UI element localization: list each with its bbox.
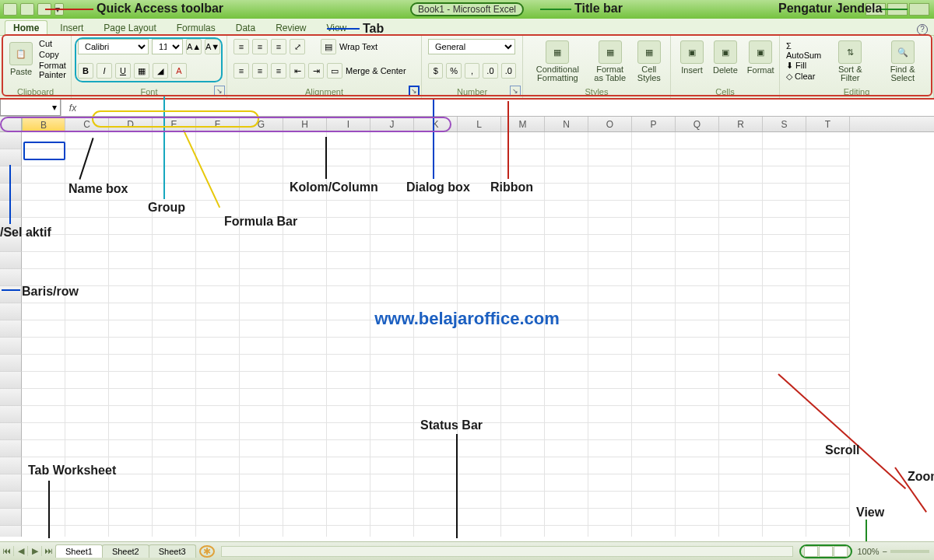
cell[interactable] xyxy=(153,166,196,184)
cell[interactable] xyxy=(806,492,850,509)
cell[interactable] xyxy=(632,269,676,286)
cell[interactable] xyxy=(501,457,545,474)
cell[interactable] xyxy=(196,132,240,149)
cell[interactable] xyxy=(22,440,65,457)
cell[interactable] xyxy=(109,166,153,184)
cell[interactable] xyxy=(153,218,196,235)
cell[interactable] xyxy=(806,201,850,218)
cell[interactable] xyxy=(676,166,719,184)
cell[interactable] xyxy=(632,338,676,355)
cell[interactable] xyxy=(153,457,196,474)
cell[interactable] xyxy=(632,457,676,474)
cell[interactable] xyxy=(109,372,153,389)
cell[interactable] xyxy=(632,252,676,269)
tab-home[interactable]: Home xyxy=(5,20,47,35)
cell[interactable] xyxy=(458,492,501,509)
cell[interactable] xyxy=(632,166,676,184)
cell[interactable] xyxy=(632,492,676,509)
cell[interactable] xyxy=(588,286,632,303)
cell[interactable] xyxy=(196,269,240,286)
cell[interactable] xyxy=(458,355,501,372)
cell[interactable] xyxy=(806,372,850,389)
cell[interactable] xyxy=(65,235,109,252)
cell[interactable] xyxy=(370,252,414,269)
autosum-button[interactable]: Σ AutoSum xyxy=(786,41,822,60)
align-right-icon[interactable]: ≡ xyxy=(271,63,286,79)
grid-row[interactable] xyxy=(0,389,934,406)
cell[interactable] xyxy=(414,149,458,166)
horizontal-scrollbar[interactable] xyxy=(221,546,794,557)
cell[interactable] xyxy=(65,406,109,423)
cell[interactable] xyxy=(806,355,850,372)
cell[interactable] xyxy=(501,440,545,457)
cell[interactable] xyxy=(806,269,850,286)
cell[interactable] xyxy=(676,509,719,526)
grid-row[interactable] xyxy=(0,218,934,235)
cell[interactable] xyxy=(109,389,153,406)
sheet-nav-buttons[interactable]: ⏮ ◀ ▶ ⏭ xyxy=(0,546,56,556)
orientation-icon[interactable]: ⤢ xyxy=(290,39,305,54)
cell[interactable] xyxy=(22,201,65,218)
cell[interactable] xyxy=(545,166,588,184)
cell[interactable] xyxy=(240,252,283,269)
cell[interactable] xyxy=(806,509,850,526)
cell[interactable] xyxy=(763,406,806,423)
format-painter-button[interactable]: Format Painter xyxy=(39,61,66,79)
cell[interactable] xyxy=(65,492,109,509)
cell[interactable] xyxy=(370,269,414,286)
cell[interactable] xyxy=(414,440,458,457)
cell[interactable] xyxy=(458,235,501,252)
font-dialog-launcher[interactable]: ↘ xyxy=(214,86,225,96)
cell[interactable] xyxy=(414,372,458,389)
cell[interactable] xyxy=(501,235,545,252)
cell[interactable] xyxy=(632,509,676,526)
cell[interactable] xyxy=(545,218,588,235)
cell[interactable] xyxy=(153,389,196,406)
cell[interactable] xyxy=(65,338,109,355)
cell[interactable] xyxy=(414,235,458,252)
zoom-slider[interactable] xyxy=(890,550,929,553)
col-header[interactable]: O xyxy=(588,117,632,131)
cell[interactable] xyxy=(153,235,196,252)
cell[interactable] xyxy=(370,526,414,537)
cell[interactable] xyxy=(370,286,414,303)
cell[interactable] xyxy=(327,372,370,389)
page-break-view-icon[interactable] xyxy=(834,546,848,557)
cell[interactable] xyxy=(501,406,545,423)
cell[interactable] xyxy=(22,509,65,526)
tab-page-layout[interactable]: Page Layout xyxy=(96,21,163,35)
row-header[interactable] xyxy=(0,440,22,457)
cell[interactable] xyxy=(806,235,850,252)
cell[interactable] xyxy=(370,406,414,423)
cell[interactable] xyxy=(545,269,588,286)
prev-sheet-icon[interactable]: ◀ xyxy=(14,546,28,556)
cell[interactable] xyxy=(327,252,370,269)
cell[interactable] xyxy=(109,355,153,372)
cell[interactable] xyxy=(283,457,327,474)
row-header[interactable] xyxy=(0,149,22,166)
cell[interactable] xyxy=(153,526,196,537)
cell[interactable] xyxy=(458,509,501,526)
cell[interactable] xyxy=(240,372,283,389)
cell[interactable] xyxy=(632,184,676,201)
cell[interactable] xyxy=(414,338,458,355)
cell[interactable] xyxy=(545,423,588,440)
increase-decimal-icon[interactable]: .0 xyxy=(483,63,497,79)
sheet-tab[interactable]: Sheet2 xyxy=(102,544,149,558)
cell[interactable] xyxy=(676,218,719,235)
cell[interactable] xyxy=(501,338,545,355)
cell[interactable] xyxy=(763,149,806,166)
cell[interactable] xyxy=(283,389,327,406)
cell[interactable] xyxy=(327,338,370,355)
cell[interactable] xyxy=(153,184,196,201)
cell[interactable] xyxy=(676,355,719,372)
cell[interactable] xyxy=(370,149,414,166)
row-header[interactable] xyxy=(0,338,22,355)
cell[interactable] xyxy=(676,372,719,389)
cell[interactable] xyxy=(240,286,283,303)
cell[interactable] xyxy=(240,406,283,423)
cell[interactable] xyxy=(240,269,283,286)
cell[interactable] xyxy=(632,423,676,440)
cell[interactable] xyxy=(763,338,806,355)
cell[interactable] xyxy=(109,201,153,218)
